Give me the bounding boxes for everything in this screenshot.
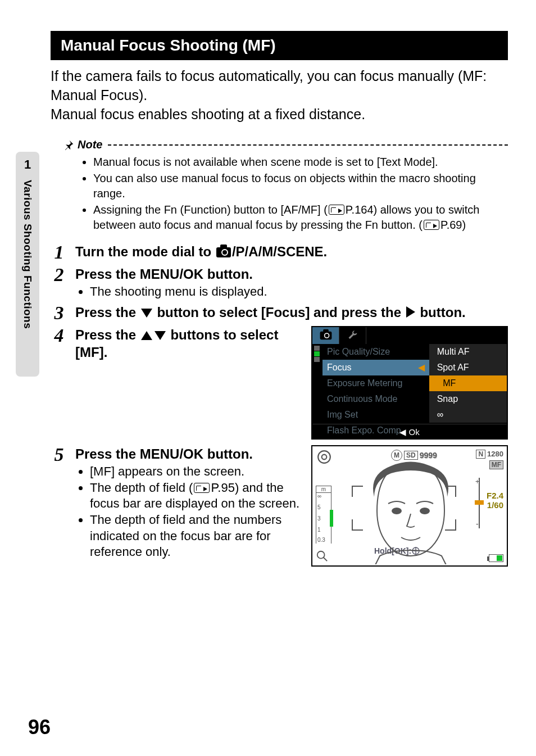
camera-icon [216, 247, 231, 257]
af-bracket [352, 486, 363, 497]
battery-icon [489, 554, 503, 562]
page-ref-icon [194, 483, 210, 493]
section-header: Manual Focus Shooting (MF) [51, 31, 508, 60]
step: 1 Turn the mode dial to /P/A/M/SCENE. [51, 243, 508, 262]
shutter-value: 1/60 [487, 501, 503, 510]
af-bracket [445, 519, 456, 531]
step-title: Press the button to select [Focus] and p… [75, 304, 508, 321]
side-tab: 1 Various Shooting Functions [16, 152, 39, 377]
focus-scale: m ∞ 5 3 1 0.3 [316, 486, 331, 544]
step-number: 1 [51, 243, 67, 262]
page-ref-icon [424, 220, 439, 230]
note-item: Assigning the Fn (Function) button to [A… [93, 202, 508, 233]
step: 2 Press the MENU/OK button. The shooting… [51, 265, 508, 300]
menu-option: Snap [429, 391, 507, 407]
menu-option: Multi AF [429, 344, 507, 360]
page-ref-icon [329, 205, 344, 215]
lcd-screenshot: M SD 9999 N 1280 MF F2.4 1/60 [311, 445, 508, 567]
face-illustration [363, 458, 458, 564]
exposure-slider: + - [476, 478, 482, 528]
menu-option: Spot AF [429, 360, 507, 375]
size-badge: 1280 [487, 450, 503, 459]
menu-tab-setup [339, 327, 366, 344]
step-number: 4 [51, 326, 67, 440]
pushpin-icon [63, 139, 74, 151]
menu-item: Exposure Metering [322, 375, 429, 391]
step-number: 2 [51, 265, 67, 300]
step: 5 Press the MENU/OK button. [MF] appears… [51, 445, 508, 567]
step-number: 3 [51, 304, 67, 323]
magnify-icon [316, 550, 328, 562]
step-sublist: [MF] appears on the screen. The depth of… [90, 464, 301, 560]
menu-item: Img Set [322, 407, 429, 423]
menu-screenshot: Pic Quality/Size Focus◀ Exposure Meterin… [311, 326, 508, 440]
anti-shake-icon [317, 450, 331, 467]
menu-item: Pic Quality/Size [322, 344, 429, 360]
aperture-value: F2.4 [487, 491, 503, 501]
menu-option-selected: ▶ MF [429, 375, 507, 391]
step-title: Press the MENU/OK button. [75, 445, 301, 463]
up-arrow-icon [141, 331, 152, 340]
note-heading: Note [63, 138, 508, 151]
menu-scroll-markers [312, 345, 322, 363]
camera-icon [320, 332, 331, 339]
wrench-icon [348, 331, 358, 341]
size-badge-n: N [476, 450, 485, 459]
svg-point-1 [317, 551, 325, 559]
svg-point-0 [318, 451, 330, 463]
svg-point-7 [420, 508, 430, 514]
right-arrow-icon [406, 306, 415, 318]
step-sub-item: The shooting menu is displayed. [90, 284, 508, 300]
page-number: 96 [28, 716, 51, 739]
step-title: Turn the mode dial to /P/A/M/SCENE. [75, 243, 508, 260]
chapter-number: 1 [24, 157, 31, 172]
note-item: You can also use manual focus to focus o… [93, 171, 508, 201]
step-sub-item: [MF] appears on the screen. [90, 464, 301, 480]
note-item: Manual focus is not available when scene… [93, 155, 508, 170]
step-title: Press the buttons to select [MF]. [75, 326, 301, 361]
note-divider [108, 144, 508, 146]
chapter-title: Various Shooting Functions [21, 180, 34, 329]
svg-point-6 [392, 508, 402, 514]
step-title: Press the MENU/OK button. [75, 265, 508, 283]
menu-item-selected: Focus◀ [322, 360, 429, 375]
note-list: Manual focus is not available when scene… [93, 155, 508, 233]
down-arrow-icon [155, 331, 166, 340]
steps-list: 1 Turn the mode dial to /P/A/M/SCENE. 2 … [51, 243, 508, 567]
intro-text: If the camera fails to focus automatical… [51, 67, 508, 124]
menu-tab-shooting [312, 327, 339, 344]
step: 3 Press the button to select [Focus] and… [51, 304, 508, 323]
step-sub-item: The depth of field (P.95) and the focus … [90, 480, 301, 512]
mf-badge: MF [489, 460, 503, 469]
svg-line-2 [324, 558, 327, 561]
menu-item: Continuous Mode [322, 391, 429, 407]
down-arrow-icon [141, 309, 152, 318]
depth-of-field-bar [330, 510, 333, 527]
af-bracket [445, 486, 456, 497]
af-bracket [352, 519, 363, 531]
note-label: Note [78, 138, 102, 151]
step: 4 Press the buttons to select [MF]. [51, 326, 508, 440]
note-block: Note Manual focus is not available when … [63, 138, 508, 233]
menu-option: ∞ [429, 407, 507, 423]
step-sublist: The shooting menu is displayed. [90, 284, 508, 300]
step-sub-item: The depth of field and the numbers indic… [90, 512, 301, 560]
step-number: 5 [51, 445, 67, 567]
